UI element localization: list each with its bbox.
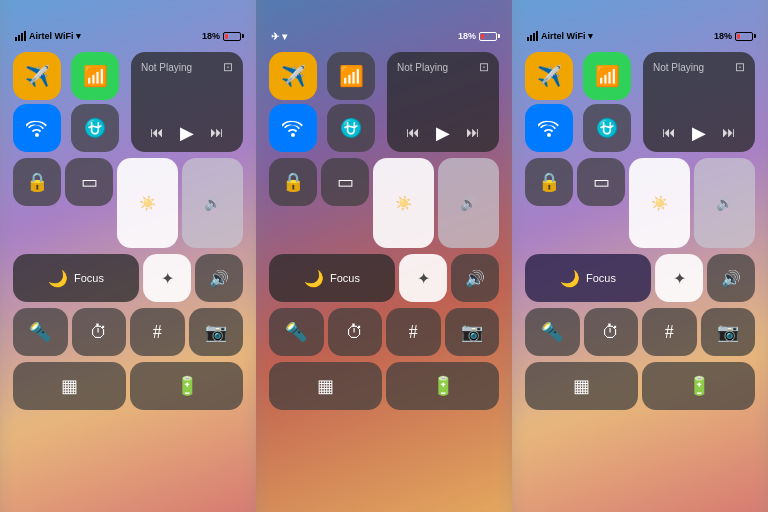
camera-btn-1[interactable]: 📷 (189, 308, 244, 356)
bluetooth-toggle-3[interactable]: ⛎ (583, 104, 631, 152)
focus-section-2: 🌙 Focus ✦ 🔊 (269, 254, 499, 302)
battery-btn-2[interactable]: 🔋 (386, 362, 499, 410)
volume-quick-3[interactable]: 🔊 (707, 254, 755, 302)
flashlight-btn-3[interactable]: 🔦 (525, 308, 580, 356)
next-btn-1[interactable]: ⏭ (210, 125, 224, 141)
volume-icon-2: 🔊 (460, 195, 477, 212)
screen-lock-btn-2[interactable]: 🔒 (269, 158, 317, 206)
airplay-icon-2[interactable]: ⊡ (479, 60, 489, 75)
airplay-icon-3[interactable]: ⊡ (735, 60, 745, 75)
screen-mirror-btn-3[interactable]: ▭ (577, 158, 625, 206)
airplane-toggle-2[interactable]: ✈️ (269, 52, 317, 100)
carrier-label-3: Airtel WiFi (541, 31, 585, 41)
next-btn-3[interactable]: ⏭ (722, 125, 736, 141)
top-section-1: ✈️ 📶 ⛎ Not Playing ⊡ ⏮ ▶ ⏭ (13, 52, 243, 152)
play-btn-1[interactable]: ▶ (180, 122, 194, 144)
tools-section-1: 🔦 ⏱ # 📷 (13, 308, 243, 356)
play-btn-2[interactable]: ▶ (436, 122, 450, 144)
focus-label-1: Focus (74, 272, 104, 284)
play-btn-3[interactable]: ▶ (692, 122, 706, 144)
calculator-btn-1[interactable]: # (130, 308, 185, 356)
airplane-status-icon: ✈ (271, 31, 279, 42)
toggles-grid-2: ✈️ 📶 ⛎ (269, 52, 381, 152)
bluetooth-toggle-1[interactable]: ⛎ (71, 104, 119, 152)
volume-slider-2[interactable]: 🔊 (438, 158, 499, 248)
status-bar-1: Airtel WiFi ▾ 18% (13, 28, 243, 44)
volume-slider-3[interactable]: 🔊 (694, 158, 755, 248)
speaker-icon-2: 🔊 (465, 269, 485, 288)
brightness-slider-3[interactable]: ☀️ (629, 158, 690, 248)
qr-btn-3[interactable]: ▦ (525, 362, 638, 410)
middle-section-1: 🔒 ▭ ☀️ 🔊 (13, 158, 243, 248)
cellular-toggle-2[interactable]: 📶 (327, 52, 375, 100)
bluetooth-toggle-2[interactable]: ⛎ (327, 104, 375, 152)
tools-section-3: 🔦 ⏱ # 📷 (525, 308, 755, 356)
focus-btn-3[interactable]: 🌙 Focus (525, 254, 651, 302)
control-center-2: ✈ ▾ 18% ✈️ 📶 ⛎ (269, 28, 499, 410)
battery-btn-3[interactable]: 🔋 (642, 362, 755, 410)
brightness-quick-2[interactable]: ✦ (399, 254, 447, 302)
brightness-slider-1[interactable]: ☀️ (117, 158, 178, 248)
bar2-3 (530, 35, 532, 41)
brightness-slider-2[interactable]: ☀️ (373, 158, 434, 248)
status-right-3: 18% (714, 31, 753, 41)
screen-mirror-btn-1[interactable]: ▭ (65, 158, 113, 206)
np-controls-1: ⏮ ▶ ⏭ (141, 122, 233, 144)
focus-label-3: Focus (586, 272, 616, 284)
flashlight-btn-1[interactable]: 🔦 (13, 308, 68, 356)
qr-btn-2[interactable]: ▦ (269, 362, 382, 410)
prev-btn-2[interactable]: ⏮ (406, 125, 420, 141)
calculator-btn-2[interactable]: # (386, 308, 441, 356)
screen-lock-btn-1[interactable]: 🔒 (13, 158, 61, 206)
volume-quick-1[interactable]: 🔊 (195, 254, 243, 302)
signal-bars-3 (527, 31, 538, 41)
brightness-icon-2: ☀️ (395, 195, 412, 212)
airplane-toggle-1[interactable]: ✈️ (13, 52, 61, 100)
qr-btn-1[interactable]: ▦ (13, 362, 126, 410)
wifi-toggle-3[interactable] (525, 104, 573, 152)
battery-btn-1[interactable]: 🔋 (130, 362, 243, 410)
volume-quick-2[interactable]: 🔊 (451, 254, 499, 302)
cellular-toggle-3[interactable]: 📶 (583, 52, 631, 100)
moon-icon-1: 🌙 (48, 269, 68, 288)
screen-mirror-btn-2[interactable]: ▭ (321, 158, 369, 206)
np-title-3: Not Playing (653, 62, 704, 73)
next-btn-2[interactable]: ⏭ (466, 125, 480, 141)
volume-slider-1[interactable]: 🔊 (182, 158, 243, 248)
prev-btn-3[interactable]: ⏮ (662, 125, 676, 141)
cellular-toggle-1[interactable]: 📶 (71, 52, 119, 100)
wifi-toggle-2[interactable] (269, 104, 317, 152)
status-left-2: ✈ ▾ (271, 31, 287, 42)
np-controls-2: ⏮ ▶ ⏭ (397, 122, 489, 144)
tools-section-2: 🔦 ⏱ # 📷 (269, 308, 499, 356)
flashlight-btn-2[interactable]: 🔦 (269, 308, 324, 356)
airplay-icon-1[interactable]: ⊡ (223, 60, 233, 75)
brightness-quick-3[interactable]: ✦ (655, 254, 703, 302)
np-top-2: Not Playing ⊡ (397, 60, 489, 75)
camera-btn-2[interactable]: 📷 (445, 308, 500, 356)
focus-btn-1[interactable]: 🌙 Focus (13, 254, 139, 302)
brightness-quick-1[interactable]: ✦ (143, 254, 191, 302)
timer-btn-3[interactable]: ⏱ (584, 308, 639, 356)
battery-percent-3: 18% (714, 31, 732, 41)
top-section-2: ✈️ 📶 ⛎ Not Playing ⊡ ⏮ ▶ ⏭ (269, 52, 499, 152)
sun-icon-1: ✦ (161, 269, 174, 288)
camera-btn-3[interactable]: 📷 (701, 308, 756, 356)
calculator-btn-3[interactable]: # (642, 308, 697, 356)
wifi-toggle-1[interactable] (13, 104, 61, 152)
timer-btn-1[interactable]: ⏱ (72, 308, 127, 356)
speaker-icon-1: 🔊 (209, 269, 229, 288)
battery-percent-1: 18% (202, 31, 220, 41)
screen-lock-btn-3[interactable]: 🔒 (525, 158, 573, 206)
now-playing-widget-1[interactable]: Not Playing ⊡ ⏮ ▶ ⏭ (131, 52, 243, 152)
status-left-3: Airtel WiFi ▾ (527, 31, 593, 41)
now-playing-widget-2[interactable]: Not Playing ⊡ ⏮ ▶ ⏭ (387, 52, 499, 152)
airplane-toggle-3[interactable]: ✈️ (525, 52, 573, 100)
timer-btn-2[interactable]: ⏱ (328, 308, 383, 356)
signal-bars-1 (15, 31, 26, 41)
focus-btn-2[interactable]: 🌙 Focus (269, 254, 395, 302)
now-playing-widget-3[interactable]: Not Playing ⊡ ⏮ ▶ ⏭ (643, 52, 755, 152)
phone-panel-1: Airtel WiFi ▾ 18% ✈️ 📶 ⛎ (0, 0, 256, 512)
moon-icon-3: 🌙 (560, 269, 580, 288)
prev-btn-1[interactable]: ⏮ (150, 125, 164, 141)
